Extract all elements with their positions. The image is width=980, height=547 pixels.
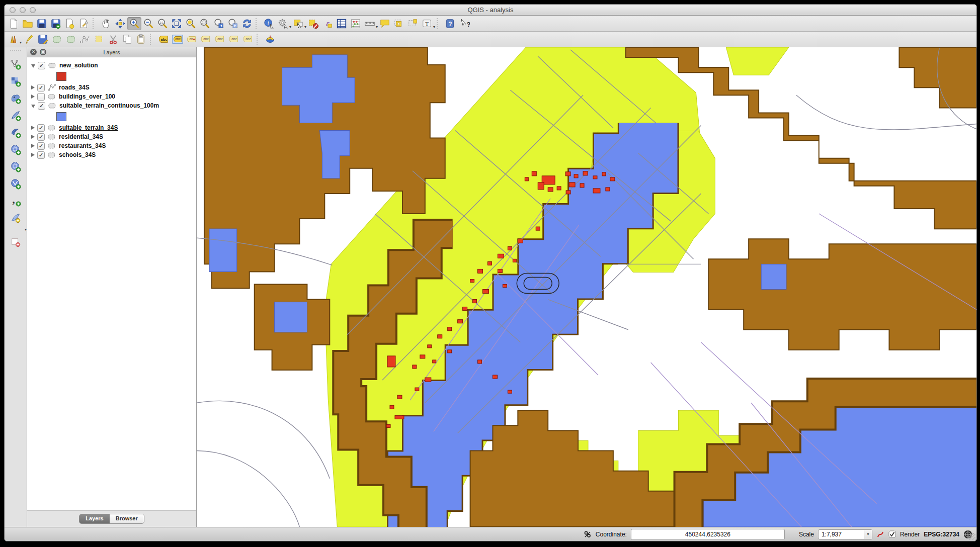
composer-manager-button[interactable] (77, 17, 91, 30)
identify-features-button[interactable]: i (262, 17, 276, 30)
zoom-last-button[interactable] (212, 17, 226, 30)
save-project-button[interactable] (35, 17, 49, 30)
node-tool-button[interactable] (78, 33, 92, 46)
layer-visibility-checkbox[interactable]: ✓ (37, 151, 45, 159)
polygon-layer-icon (48, 125, 56, 131)
measure-button[interactable] (363, 17, 377, 30)
layer-visibility-checkbox[interactable]: ✓ (37, 84, 45, 92)
layer-labeling-options-button[interactable]: abc (171, 33, 185, 46)
add-postgis-layer-button[interactable] (7, 90, 24, 107)
add-vector-layer-button[interactable] (7, 56, 24, 72)
layer-item-suitable_terrain_continuous_100m[interactable]: ✓suitable_terrain_continuous_100m (31, 102, 196, 110)
disclosure-down-icon[interactable] (31, 105, 35, 108)
add-feature-button[interactable] (50, 33, 64, 46)
new-spatialite-layer-button[interactable] (7, 210, 24, 226)
disclosure-right-icon[interactable] (31, 126, 35, 130)
extent-toggle-icon[interactable] (584, 530, 592, 538)
coordinate-input[interactable] (631, 529, 785, 540)
copy-features-button[interactable] (120, 33, 134, 46)
disclosure-right-icon[interactable] (31, 85, 35, 89)
highlight-pinned-labels-button[interactable]: abc (156, 33, 171, 46)
new-print-composer-button[interactable] (63, 17, 77, 30)
scale-dropdown-icon[interactable]: ▼ (864, 530, 872, 539)
pan-to-selection-button[interactable] (113, 17, 127, 30)
add-raster-layer-button[interactable] (7, 73, 24, 89)
pin-unpin-labels-button[interactable]: ab (185, 33, 199, 46)
refresh-map-button[interactable] (240, 17, 254, 30)
map-canvas[interactable] (197, 47, 976, 527)
scale-combo[interactable]: 1:7,937 ▼ (818, 529, 872, 539)
run-feature-action-button[interactable] (276, 17, 290, 30)
render-checkbox[interactable] (888, 530, 896, 538)
statistical-summary-button[interactable] (349, 17, 363, 30)
zoom-out-button[interactable] (141, 17, 155, 30)
disclosure-right-icon[interactable] (31, 135, 35, 139)
plugin-tool-button[interactable] (263, 33, 277, 46)
deselect-all-button[interactable] (306, 17, 320, 30)
disclosure-right-icon[interactable] (31, 144, 35, 148)
stop-render-icon[interactable] (876, 530, 884, 538)
remove-layer-button[interactable] (7, 234, 24, 250)
whats-this-button[interactable]: ? (457, 17, 471, 30)
disclosure-down-icon[interactable] (31, 64, 35, 68)
zoom-to-layer-button[interactable] (198, 17, 212, 30)
zoom-full-button[interactable] (170, 17, 184, 30)
new-bookmark-button[interactable] (392, 17, 406, 30)
select-features-button[interactable] (291, 17, 305, 30)
add-circular-string-button[interactable] (64, 33, 78, 46)
new-spatialite-layer-dropdown-icon[interactable]: ▾ (25, 227, 27, 233)
title-bar[interactable]: QGIS - analysis (5, 5, 976, 16)
layer-visibility-checkbox[interactable]: ✓ (37, 133, 45, 141)
open-project-button[interactable] (21, 17, 35, 30)
disclosure-right-icon[interactable] (31, 153, 35, 157)
layer-visibility-checkbox[interactable]: ✓ (37, 124, 45, 132)
text-annotation-button[interactable]: T (420, 17, 434, 30)
save-layer-edits-button[interactable] (36, 33, 50, 46)
add-circular-string-icon (65, 34, 76, 45)
layer-visibility-checkbox[interactable]: ✓ (38, 62, 45, 69)
move-feature-button[interactable] (92, 33, 106, 46)
layer-item-new_solution[interactable]: ✓new_solution (31, 61, 196, 69)
open-attribute-table-button[interactable] (335, 17, 349, 30)
layer-visibility-checkbox[interactable]: ✓ (37, 142, 45, 150)
disclosure-right-icon[interactable] (31, 95, 35, 99)
new-project-button[interactable] (7, 17, 21, 30)
save-project-as-button[interactable] (49, 17, 63, 30)
layer-item-roads_34S[interactable]: ✓roads_34S (31, 83, 196, 92)
zoom-next-button[interactable] (226, 17, 240, 30)
add-wfs-layer-button[interactable] (7, 176, 24, 192)
resize-grip[interactable] (968, 533, 975, 540)
zoom-actual-button[interactable]: 1:1 (155, 17, 170, 30)
tab-browser[interactable]: Browser (110, 514, 144, 523)
change-label-button[interactable]: abc (241, 33, 255, 46)
add-wms-layer-button[interactable] (7, 142, 24, 158)
toggle-editing-button[interactable] (22, 33, 36, 46)
layer-item-buildings_over_100[interactable]: buildings_over_100 (31, 93, 196, 101)
layer-item-restaurants_34S[interactable]: ✓restaurants_34S (31, 142, 196, 150)
current-edits-button[interactable] (7, 33, 21, 46)
help-contents-button[interactable]: ? (443, 17, 457, 30)
tab-layers[interactable]: Layers (79, 514, 109, 523)
add-wcs-layer-button[interactable] (7, 159, 24, 175)
map-tips-button[interactable] (378, 17, 392, 30)
layer-visibility-checkbox[interactable] (37, 93, 45, 101)
show-hide-labels-button[interactable]: abc (199, 33, 213, 46)
add-mssql-layer-button[interactable] (7, 125, 24, 141)
cut-features-button[interactable] (106, 33, 120, 46)
layer-item-schools_34S[interactable]: ✓schools_34S (31, 151, 196, 159)
pan-map-button[interactable] (99, 17, 113, 30)
add-vector-layer-icon (10, 59, 21, 70)
select-by-expression-button[interactable]: ε (320, 17, 335, 30)
layer-item-suitable_terrain_34S[interactable]: ✓suitable_terrain_34S (31, 124, 196, 132)
add-delimited-text-layer-button[interactable]: , (7, 193, 24, 209)
show-hide-labels-icon: abc (200, 34, 211, 45)
move-label-button[interactable]: abc (213, 33, 227, 46)
zoom-to-selection-button[interactable] (184, 17, 198, 30)
layer-item-residential_34S[interactable]: ✓residential_34S (31, 133, 196, 141)
rotate-label-button[interactable]: abc (227, 33, 241, 46)
add-spatialite-layer-button[interactable] (7, 108, 24, 124)
show-bookmarks-button[interactable] (406, 17, 420, 30)
zoom-in-button[interactable] (127, 17, 141, 30)
paste-features-button[interactable] (134, 33, 148, 46)
layer-visibility-checkbox[interactable]: ✓ (38, 102, 45, 110)
